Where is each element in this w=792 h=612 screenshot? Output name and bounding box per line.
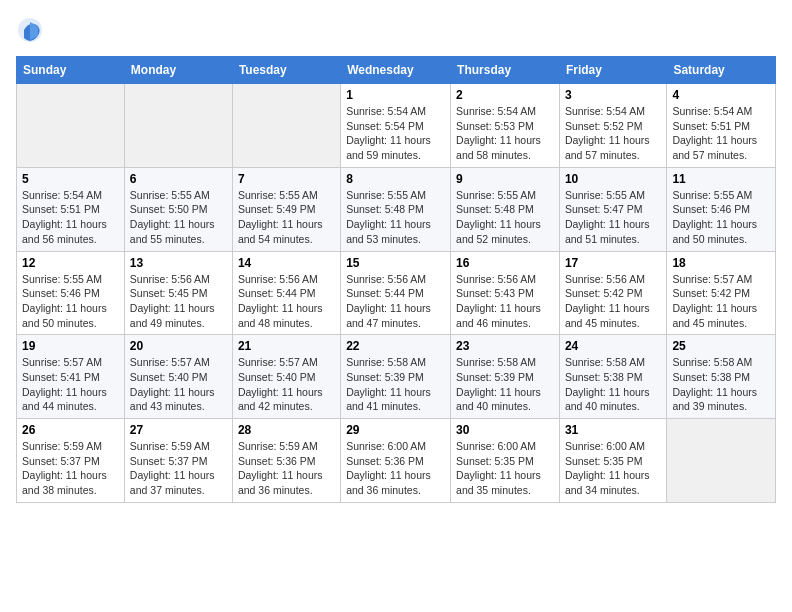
day-info: Sunrise: 5:59 AM Sunset: 5:37 PM Dayligh… (22, 439, 119, 498)
day-info: Sunrise: 6:00 AM Sunset: 5:35 PM Dayligh… (565, 439, 661, 498)
calendar-cell: 21Sunrise: 5:57 AM Sunset: 5:40 PM Dayli… (232, 335, 340, 419)
calendar-cell: 12Sunrise: 5:55 AM Sunset: 5:46 PM Dayli… (17, 251, 125, 335)
day-number: 22 (346, 339, 445, 353)
day-number: 31 (565, 423, 661, 437)
calendar-cell: 8Sunrise: 5:55 AM Sunset: 5:48 PM Daylig… (341, 167, 451, 251)
day-number: 17 (565, 256, 661, 270)
day-number: 5 (22, 172, 119, 186)
day-number: 23 (456, 339, 554, 353)
day-info: Sunrise: 5:56 AM Sunset: 5:44 PM Dayligh… (238, 272, 335, 331)
day-number: 24 (565, 339, 661, 353)
calendar-cell: 16Sunrise: 5:56 AM Sunset: 5:43 PM Dayli… (451, 251, 560, 335)
day-info: Sunrise: 5:58 AM Sunset: 5:38 PM Dayligh… (672, 355, 770, 414)
day-info: Sunrise: 5:57 AM Sunset: 5:42 PM Dayligh… (672, 272, 770, 331)
day-info: Sunrise: 5:56 AM Sunset: 5:44 PM Dayligh… (346, 272, 445, 331)
calendar-cell: 6Sunrise: 5:55 AM Sunset: 5:50 PM Daylig… (124, 167, 232, 251)
day-number: 7 (238, 172, 335, 186)
day-info: Sunrise: 5:55 AM Sunset: 5:46 PM Dayligh… (22, 272, 119, 331)
day-number: 27 (130, 423, 227, 437)
day-number: 6 (130, 172, 227, 186)
day-info: Sunrise: 5:54 AM Sunset: 5:51 PM Dayligh… (672, 104, 770, 163)
calendar-cell: 28Sunrise: 5:59 AM Sunset: 5:36 PM Dayli… (232, 419, 340, 503)
calendar-table: SundayMondayTuesdayWednesdayThursdayFrid… (16, 56, 776, 503)
day-info: Sunrise: 5:56 AM Sunset: 5:45 PM Dayligh… (130, 272, 227, 331)
day-info: Sunrise: 5:59 AM Sunset: 5:36 PM Dayligh… (238, 439, 335, 498)
calendar-cell: 24Sunrise: 5:58 AM Sunset: 5:38 PM Dayli… (559, 335, 666, 419)
day-info: Sunrise: 5:54 AM Sunset: 5:51 PM Dayligh… (22, 188, 119, 247)
calendar-cell: 18Sunrise: 5:57 AM Sunset: 5:42 PM Dayli… (667, 251, 776, 335)
calendar-header-row: SundayMondayTuesdayWednesdayThursdayFrid… (17, 57, 776, 84)
day-number: 15 (346, 256, 445, 270)
calendar-cell: 25Sunrise: 5:58 AM Sunset: 5:38 PM Dayli… (667, 335, 776, 419)
column-header-monday: Monday (124, 57, 232, 84)
calendar-cell: 31Sunrise: 6:00 AM Sunset: 5:35 PM Dayli… (559, 419, 666, 503)
calendar-cell: 4Sunrise: 5:54 AM Sunset: 5:51 PM Daylig… (667, 84, 776, 168)
logo (16, 16, 48, 44)
calendar-week-row: 5Sunrise: 5:54 AM Sunset: 5:51 PM Daylig… (17, 167, 776, 251)
day-number: 19 (22, 339, 119, 353)
calendar-cell: 15Sunrise: 5:56 AM Sunset: 5:44 PM Dayli… (341, 251, 451, 335)
day-info: Sunrise: 5:57 AM Sunset: 5:41 PM Dayligh… (22, 355, 119, 414)
day-number: 30 (456, 423, 554, 437)
day-info: Sunrise: 5:57 AM Sunset: 5:40 PM Dayligh… (130, 355, 227, 414)
calendar-cell (17, 84, 125, 168)
calendar-cell: 11Sunrise: 5:55 AM Sunset: 5:46 PM Dayli… (667, 167, 776, 251)
calendar-cell: 7Sunrise: 5:55 AM Sunset: 5:49 PM Daylig… (232, 167, 340, 251)
day-info: Sunrise: 5:55 AM Sunset: 5:48 PM Dayligh… (346, 188, 445, 247)
day-number: 3 (565, 88, 661, 102)
day-number: 25 (672, 339, 770, 353)
column-header-saturday: Saturday (667, 57, 776, 84)
column-header-tuesday: Tuesday (232, 57, 340, 84)
calendar-cell (667, 419, 776, 503)
calendar-cell: 2Sunrise: 5:54 AM Sunset: 5:53 PM Daylig… (451, 84, 560, 168)
day-info: Sunrise: 6:00 AM Sunset: 5:36 PM Dayligh… (346, 439, 445, 498)
calendar-cell: 23Sunrise: 5:58 AM Sunset: 5:39 PM Dayli… (451, 335, 560, 419)
day-info: Sunrise: 5:55 AM Sunset: 5:47 PM Dayligh… (565, 188, 661, 247)
day-number: 29 (346, 423, 445, 437)
calendar-cell: 17Sunrise: 5:56 AM Sunset: 5:42 PM Dayli… (559, 251, 666, 335)
day-number: 12 (22, 256, 119, 270)
calendar-cell: 19Sunrise: 5:57 AM Sunset: 5:41 PM Dayli… (17, 335, 125, 419)
day-number: 4 (672, 88, 770, 102)
day-info: Sunrise: 5:59 AM Sunset: 5:37 PM Dayligh… (130, 439, 227, 498)
day-info: Sunrise: 5:54 AM Sunset: 5:52 PM Dayligh… (565, 104, 661, 163)
day-number: 2 (456, 88, 554, 102)
calendar-cell: 9Sunrise: 5:55 AM Sunset: 5:48 PM Daylig… (451, 167, 560, 251)
calendar-cell: 27Sunrise: 5:59 AM Sunset: 5:37 PM Dayli… (124, 419, 232, 503)
calendar-cell (124, 84, 232, 168)
day-info: Sunrise: 5:55 AM Sunset: 5:49 PM Dayligh… (238, 188, 335, 247)
day-info: Sunrise: 5:56 AM Sunset: 5:42 PM Dayligh… (565, 272, 661, 331)
day-info: Sunrise: 5:58 AM Sunset: 5:38 PM Dayligh… (565, 355, 661, 414)
day-number: 1 (346, 88, 445, 102)
column-header-sunday: Sunday (17, 57, 125, 84)
calendar-cell: 13Sunrise: 5:56 AM Sunset: 5:45 PM Dayli… (124, 251, 232, 335)
day-number: 20 (130, 339, 227, 353)
day-number: 9 (456, 172, 554, 186)
calendar-cell: 14Sunrise: 5:56 AM Sunset: 5:44 PM Dayli… (232, 251, 340, 335)
day-number: 14 (238, 256, 335, 270)
day-info: Sunrise: 6:00 AM Sunset: 5:35 PM Dayligh… (456, 439, 554, 498)
day-number: 11 (672, 172, 770, 186)
logo-icon (16, 16, 44, 44)
day-number: 18 (672, 256, 770, 270)
calendar-cell: 3Sunrise: 5:54 AM Sunset: 5:52 PM Daylig… (559, 84, 666, 168)
calendar-cell: 22Sunrise: 5:58 AM Sunset: 5:39 PM Dayli… (341, 335, 451, 419)
calendar-week-row: 26Sunrise: 5:59 AM Sunset: 5:37 PM Dayli… (17, 419, 776, 503)
day-info: Sunrise: 5:54 AM Sunset: 5:53 PM Dayligh… (456, 104, 554, 163)
day-number: 13 (130, 256, 227, 270)
day-number: 28 (238, 423, 335, 437)
calendar-cell: 29Sunrise: 6:00 AM Sunset: 5:36 PM Dayli… (341, 419, 451, 503)
column-header-thursday: Thursday (451, 57, 560, 84)
column-header-friday: Friday (559, 57, 666, 84)
day-info: Sunrise: 5:55 AM Sunset: 5:46 PM Dayligh… (672, 188, 770, 247)
calendar-cell: 30Sunrise: 6:00 AM Sunset: 5:35 PM Dayli… (451, 419, 560, 503)
day-info: Sunrise: 5:57 AM Sunset: 5:40 PM Dayligh… (238, 355, 335, 414)
calendar-cell (232, 84, 340, 168)
calendar-cell: 5Sunrise: 5:54 AM Sunset: 5:51 PM Daylig… (17, 167, 125, 251)
calendar-cell: 26Sunrise: 5:59 AM Sunset: 5:37 PM Dayli… (17, 419, 125, 503)
day-number: 21 (238, 339, 335, 353)
day-info: Sunrise: 5:56 AM Sunset: 5:43 PM Dayligh… (456, 272, 554, 331)
calendar-cell: 10Sunrise: 5:55 AM Sunset: 5:47 PM Dayli… (559, 167, 666, 251)
calendar-week-row: 12Sunrise: 5:55 AM Sunset: 5:46 PM Dayli… (17, 251, 776, 335)
calendar-week-row: 1Sunrise: 5:54 AM Sunset: 5:54 PM Daylig… (17, 84, 776, 168)
